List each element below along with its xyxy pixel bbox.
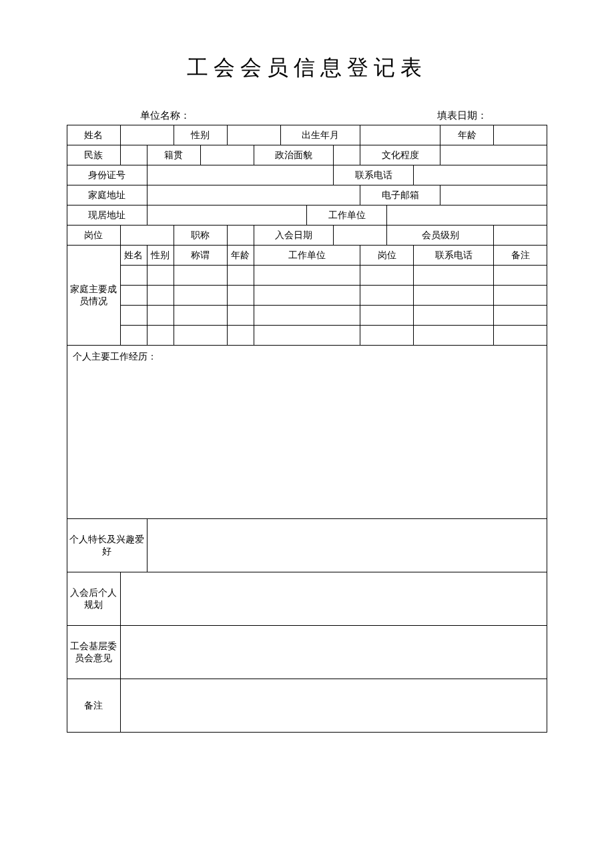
field-work-unit[interactable] xyxy=(387,205,547,226)
field-title-rank[interactable] xyxy=(227,226,254,246)
family-row xyxy=(67,306,547,326)
fam-phone-cell[interactable] xyxy=(414,266,494,286)
fam-remark-cell[interactable] xyxy=(494,266,547,286)
label-birth: 出生年月 xyxy=(280,125,360,145)
fam-work-unit-cell[interactable] xyxy=(254,306,360,326)
fam-name-cell[interactable] xyxy=(120,306,147,326)
label-ethnicity: 民族 xyxy=(67,145,121,165)
label-title-rank: 职称 xyxy=(174,226,227,246)
label-fam-work-unit: 工作单位 xyxy=(254,246,360,266)
label-fam-gender: 性别 xyxy=(147,246,174,266)
field-education[interactable] xyxy=(440,145,547,165)
fam-name-cell[interactable] xyxy=(120,326,147,346)
fam-age-cell[interactable] xyxy=(227,326,254,346)
field-committee[interactable] xyxy=(120,626,547,679)
label-fam-position: 岗位 xyxy=(360,246,414,266)
label-gender: 性别 xyxy=(174,125,227,145)
label-home-address: 家庭地址 xyxy=(67,185,147,205)
label-education: 文化程度 xyxy=(360,145,440,165)
family-row xyxy=(67,266,547,286)
fam-relation-cell[interactable] xyxy=(174,326,227,346)
label-committee: 工会基层委员会意见 xyxy=(67,626,121,679)
label-fam-phone: 联系电话 xyxy=(414,246,494,266)
fam-age-cell[interactable] xyxy=(227,306,254,326)
label-work-unit: 工作单位 xyxy=(307,205,387,226)
fam-relation-cell[interactable] xyxy=(174,306,227,326)
field-political[interactable] xyxy=(334,145,360,165)
label-family-section: 家庭主要成员情况 xyxy=(67,246,121,346)
field-birth[interactable] xyxy=(360,125,440,145)
unit-name-label: 单位名称： xyxy=(140,109,190,122)
fam-age-cell[interactable] xyxy=(227,266,254,286)
field-id-number[interactable] xyxy=(147,165,334,185)
form-title: 工会会员信息登记表 xyxy=(67,53,547,83)
label-native-place: 籍贯 xyxy=(147,145,200,165)
fam-work-unit-cell[interactable] xyxy=(254,326,360,346)
field-home-address[interactable] xyxy=(147,185,360,205)
field-join-date[interactable] xyxy=(334,226,387,246)
label-join-date: 入会日期 xyxy=(254,226,334,246)
family-row xyxy=(67,286,547,306)
label-id-number: 身份证号 xyxy=(67,165,147,185)
label-member-level: 会员级别 xyxy=(387,226,494,246)
fam-phone-cell[interactable] xyxy=(414,326,494,346)
fam-age-cell[interactable] xyxy=(227,286,254,306)
field-member-level[interactable] xyxy=(494,226,547,246)
fam-position-cell[interactable] xyxy=(360,306,414,326)
field-plan[interactable] xyxy=(120,572,547,626)
fam-gender-cell[interactable] xyxy=(147,266,174,286)
fam-gender-cell[interactable] xyxy=(147,326,174,346)
fam-work-unit-cell[interactable] xyxy=(254,286,360,306)
field-remark[interactable] xyxy=(120,679,547,733)
fam-position-cell[interactable] xyxy=(360,266,414,286)
label-fam-relation: 称谓 xyxy=(174,246,227,266)
field-hobbies[interactable] xyxy=(147,519,547,572)
fam-remark-cell[interactable] xyxy=(494,306,547,326)
fam-gender-cell[interactable] xyxy=(147,306,174,326)
label-position: 岗位 xyxy=(67,226,121,246)
field-native-place[interactable] xyxy=(200,145,254,165)
label-fam-remark: 备注 xyxy=(494,246,547,266)
fam-gender-cell[interactable] xyxy=(147,286,174,306)
form-header-row: 单位名称： 填表日期： xyxy=(67,109,547,125)
label-name: 姓名 xyxy=(67,125,121,145)
field-age[interactable] xyxy=(494,125,547,145)
family-row xyxy=(67,326,547,346)
fam-name-cell[interactable] xyxy=(120,266,147,286)
label-remark: 备注 xyxy=(67,679,121,733)
label-phone: 联系电话 xyxy=(334,165,414,185)
fam-work-unit-cell[interactable] xyxy=(254,266,360,286)
field-position[interactable] xyxy=(120,226,174,246)
registration-table: 姓名 性别 出生年月 年龄 民族 籍贯 政治面貌 文化程度 身份证号 联系电话 … xyxy=(67,125,547,733)
fam-phone-cell[interactable] xyxy=(414,306,494,326)
label-email: 电子邮箱 xyxy=(360,185,440,205)
label-hobbies: 个人特长及兴趣爱好 xyxy=(67,519,147,572)
label-age: 年龄 xyxy=(440,125,494,145)
fam-remark-cell[interactable] xyxy=(494,326,547,346)
fam-position-cell[interactable] xyxy=(360,286,414,306)
field-current-address[interactable] xyxy=(147,205,307,226)
fam-name-cell[interactable] xyxy=(120,286,147,306)
fam-relation-cell[interactable] xyxy=(174,266,227,286)
field-phone[interactable] xyxy=(414,165,547,185)
fam-remark-cell[interactable] xyxy=(494,286,547,306)
fill-date-label: 填表日期： xyxy=(437,109,487,122)
fam-phone-cell[interactable] xyxy=(414,286,494,306)
label-political: 政治面貌 xyxy=(254,145,334,165)
label-plan: 入会后个人规划 xyxy=(67,572,121,626)
label-current-address: 现居地址 xyxy=(67,205,147,226)
field-ethnicity[interactable] xyxy=(120,145,147,165)
work-history-section[interactable]: 个人主要工作经历： xyxy=(67,346,547,519)
label-fam-age: 年龄 xyxy=(227,246,254,266)
fam-relation-cell[interactable] xyxy=(174,286,227,306)
fam-position-cell[interactable] xyxy=(360,326,414,346)
label-work-history: 个人主要工作经历： xyxy=(73,352,157,362)
label-fam-name: 姓名 xyxy=(120,246,147,266)
field-gender[interactable] xyxy=(227,125,280,145)
field-email[interactable] xyxy=(440,185,547,205)
field-name[interactable] xyxy=(120,125,174,145)
